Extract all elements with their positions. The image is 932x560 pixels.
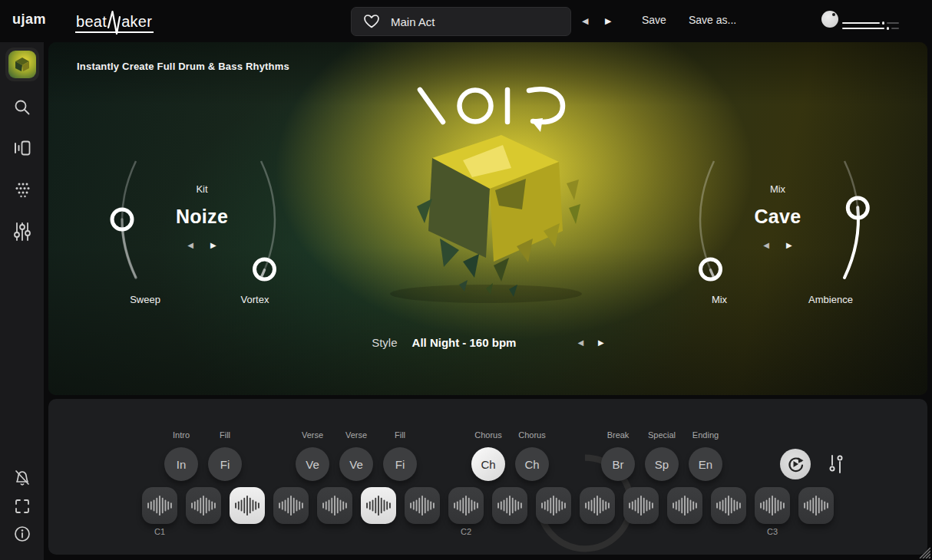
section-label: Ending (673, 430, 738, 440)
mix-handle[interactable] (701, 259, 721, 279)
void-logotype: VOID (408, 85, 569, 136)
ambience-label: Ambience (785, 294, 877, 305)
kit-value: Noize (133, 206, 271, 228)
waveform-icon (147, 495, 173, 516)
pattern-dots-icon (12, 181, 32, 198)
key-pad[interactable] (273, 487, 309, 524)
level-meter-left[interactable] (842, 22, 899, 24)
sweep-arc-slider[interactable] (110, 158, 144, 281)
section-button-chorus[interactable]: Ch (471, 447, 505, 481)
waveform-icon (759, 495, 785, 516)
waveform-icon (672, 495, 698, 516)
preset-selector[interactable]: Main Act (351, 7, 571, 36)
kit-prev-icon[interactable]: ◀ (187, 241, 193, 249)
favorite-heart-icon[interactable] (363, 14, 380, 29)
info-icon (13, 525, 31, 543)
sidebar-item-patterns[interactable] (12, 181, 32, 198)
key-pad[interactable] (536, 487, 571, 524)
mix-next-icon[interactable]: ▶ (786, 241, 792, 249)
style-prev-icon[interactable]: ◀ (577, 338, 583, 347)
mix-arc-slider[interactable] (688, 158, 722, 281)
knob-indicator-dot (832, 13, 835, 16)
section-button-verse[interactable]: Ve (296, 447, 329, 481)
preset-prev-icon[interactable]: ◀ (582, 13, 588, 28)
key-pad-c3[interactable] (755, 487, 790, 524)
key-pad-c1[interactable] (142, 487, 177, 524)
loop-play-button[interactable] (780, 449, 811, 479)
section-button-special[interactable]: Sp (645, 447, 679, 481)
preset-next-icon[interactable]: ▶ (605, 13, 611, 28)
sidebar-item-search[interactable] (13, 98, 31, 117)
key-pad[interactable] (317, 487, 352, 524)
sidebar-item-instrument-browser[interactable] (12, 139, 32, 157)
section-button-chorus[interactable]: Ch (515, 447, 549, 481)
key-pad[interactable] (492, 487, 527, 524)
waveform-icon (453, 495, 479, 516)
search-icon (13, 98, 31, 117)
kit-next-icon[interactable]: ▶ (210, 241, 216, 249)
style-next-icon[interactable]: ▶ (598, 338, 604, 347)
key-pad[interactable] (186, 487, 221, 524)
sidebar-item-fullscreen[interactable] (13, 497, 31, 516)
save-as-button[interactable]: Save as... (689, 14, 736, 26)
section-label: Fill (368, 430, 432, 440)
beatmaker-logo-prefix: beat (76, 14, 107, 29)
section-label: Fill (193, 430, 257, 440)
vortex-arc-slider[interactable] (253, 158, 287, 281)
micro-timing-button[interactable] (829, 454, 843, 477)
section-button-fill[interactable]: Fi (208, 447, 242, 481)
waveform-icon (584, 495, 610, 516)
mix-selector: Mix Cave ◀ ▶ (709, 183, 847, 249)
sidebar-item-info[interactable] (13, 525, 31, 543)
key-pad[interactable] (230, 487, 265, 524)
key-label-c2: C2 (448, 527, 484, 536)
section-button-intro[interactable]: In (164, 447, 198, 481)
key-pad[interactable] (623, 487, 659, 524)
mix-param-label: Mix (673, 294, 765, 305)
ambience-handle[interactable] (848, 198, 868, 218)
style-selector[interactable]: Style All Night - 160 bpm ◀ ▶ (48, 336, 927, 349)
save-button[interactable]: Save (642, 14, 666, 26)
sidebar-item-settings[interactable] (12, 221, 32, 242)
section-button-fill[interactable]: Fi (383, 447, 417, 481)
waveform-icon (803, 495, 829, 516)
key-pad[interactable] (580, 487, 615, 524)
waveform-icon (278, 495, 304, 516)
key-pad[interactable] (667, 487, 702, 524)
key-pad[interactable] (361, 487, 396, 524)
waveform-icon (716, 495, 742, 516)
plugin-window: ujam beat aker Main Act ◀ ▶ Save Save as… (0, 0, 932, 560)
waveform-m-icon (107, 9, 121, 35)
void-thumb-cube-icon (8, 51, 36, 78)
waveform-icon (322, 495, 348, 516)
filter-sliders-icon (12, 221, 32, 242)
sidebar-item-notifications[interactable] (13, 469, 31, 489)
volume-knob[interactable] (821, 11, 838, 28)
key-label-c1: C1 (142, 527, 177, 536)
level-meter-right[interactable] (842, 28, 899, 29)
section-button-break[interactable]: Br (601, 447, 635, 481)
mix-value: Cave (709, 206, 847, 228)
ambience-arc-slider[interactable] (837, 158, 871, 281)
beatmaker-logo-suffix: aker (121, 14, 152, 29)
resize-grip[interactable] (917, 546, 930, 558)
kit-label: Kit (133, 183, 271, 195)
style-label: Style (372, 336, 397, 349)
key-pad[interactable] (798, 487, 834, 524)
sweep-handle[interactable] (112, 209, 132, 229)
bell-off-icon (13, 469, 31, 489)
sweep-label: Sweep (99, 294, 191, 305)
key-pad-c2[interactable] (448, 487, 484, 524)
section-button-ending[interactable]: En (689, 447, 722, 481)
key-pad[interactable] (711, 487, 746, 524)
waveform-icon (628, 495, 654, 516)
mix-prev-icon[interactable]: ◀ (763, 241, 769, 249)
fullscreen-icon (13, 497, 31, 516)
key-pad[interactable] (405, 487, 440, 524)
pattern-panel: Intro Fill Verse Verse Fill Chorus Choru… (48, 399, 927, 555)
vortex-handle[interactable] (255, 259, 275, 279)
section-button-verse[interactable]: Ve (339, 447, 373, 481)
instrument-browser-icon (12, 139, 32, 157)
preset-name: Main Act (391, 15, 435, 28)
sidebar-item-void-instrument[interactable] (8, 51, 36, 78)
